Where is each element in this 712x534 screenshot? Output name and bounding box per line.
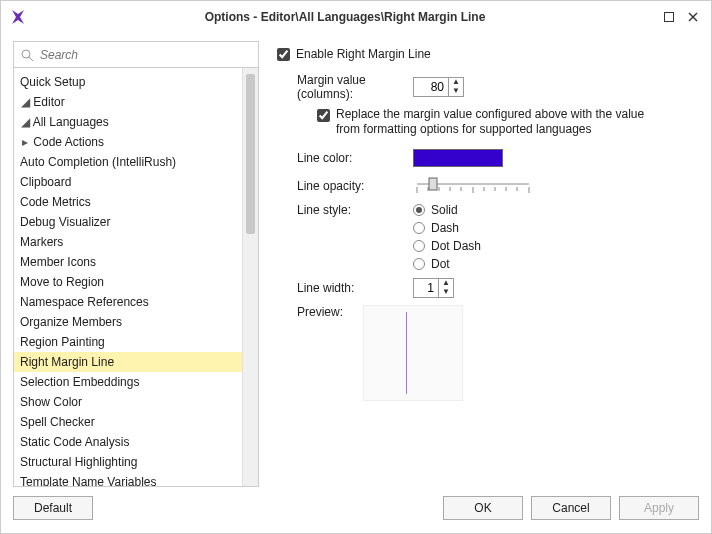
settings-panel: Enable Right Margin Line Margin value (c… <box>271 41 699 487</box>
tree-item-structural-highlighting[interactable]: Structural Highlighting <box>14 452 242 472</box>
radio-icon <box>413 204 425 216</box>
tree-editor[interactable]: ◢ Editor <box>14 92 242 112</box>
line-style-label: Line style: <box>273 203 413 217</box>
close-button[interactable] <box>683 7 703 27</box>
search-input[interactable] <box>38 47 252 63</box>
line-width-label: Line width: <box>273 281 413 295</box>
tree-item-template-name-variables[interactable]: Template Name Variables <box>14 472 242 486</box>
scrollbar-thumb[interactable] <box>246 74 255 234</box>
tree-item-move-to-region[interactable]: Move to Region <box>14 272 242 292</box>
preview-label: Preview: <box>273 305 359 319</box>
dialog-footer: Default OK Cancel Apply <box>1 491 711 533</box>
radio-icon <box>413 240 425 252</box>
tree-item-auto-completion-intellirush-[interactable]: Auto Completion (IntelliRush) <box>14 152 242 172</box>
search-icon <box>20 48 34 62</box>
radio-icon <box>413 258 425 270</box>
tree-item-clipboard[interactable]: Clipboard <box>14 172 242 192</box>
replace-checkbox[interactable] <box>317 109 330 122</box>
radio-icon <box>413 222 425 234</box>
line-color-swatch[interactable] <box>413 149 503 167</box>
margin-value-input[interactable] <box>414 78 448 96</box>
margin-value-label: Margin value (columns): <box>273 73 413 101</box>
spin-down-icon[interactable]: ▼ <box>449 87 463 96</box>
titlebar: Options - Editor\All Languages\Right Mar… <box>1 1 711 33</box>
tree-item-namespace-references[interactable]: Namespace References <box>14 292 242 312</box>
svg-line-4 <box>29 57 33 61</box>
tree-item-member-icons[interactable]: Member Icons <box>14 252 242 272</box>
tree-item-debug-visualizer[interactable]: Debug Visualizer <box>14 212 242 232</box>
tree-quick-setup[interactable]: Quick Setup <box>14 72 242 92</box>
cancel-button[interactable]: Cancel <box>531 496 611 520</box>
slider-thumb-icon[interactable] <box>429 178 437 190</box>
tree-item-right-margin-line[interactable]: Right Margin Line <box>14 352 242 372</box>
ok-button[interactable]: OK <box>443 496 523 520</box>
tree-item-static-code-analysis[interactable]: Static Code Analysis <box>14 432 242 452</box>
line-style-dot[interactable]: Dot <box>413 257 481 271</box>
enable-label: Enable Right Margin Line <box>296 47 431 61</box>
line-style-dash[interactable]: Dash <box>413 221 481 235</box>
app-logo-icon <box>9 8 27 26</box>
tree-item-code-actions[interactable]: ▸ Code Actions <box>14 132 242 152</box>
options-tree[interactable]: Quick Setup◢ Editor◢ All Languages▸ Code… <box>14 68 242 486</box>
line-opacity-label: Line opacity: <box>273 179 413 193</box>
tree-item-code-metrics[interactable]: Code Metrics <box>14 192 242 212</box>
tree-item-spell-checker[interactable]: Spell Checker <box>14 412 242 432</box>
line-opacity-slider[interactable] <box>413 175 533 197</box>
tree-item-show-color[interactable]: Show Color <box>14 392 242 412</box>
tree-scrollbar[interactable] <box>242 68 258 486</box>
dialog-title: Options - Editor\All Languages\Right Mar… <box>35 10 655 24</box>
line-width-input[interactable] <box>414 279 438 297</box>
preview-box <box>363 305 463 401</box>
line-style-group: Solid Dash Dot Dash Dot <box>413 203 481 271</box>
tree-item-selection-embeddings[interactable]: Selection Embeddings <box>14 372 242 392</box>
apply-button[interactable]: Apply <box>619 496 699 520</box>
preview-line <box>406 312 407 394</box>
line-color-label: Line color: <box>273 151 413 165</box>
options-dialog: Options - Editor\All Languages\Right Mar… <box>0 0 712 534</box>
replace-label: Replace the margin value configured abov… <box>336 107 666 137</box>
line-width-spinner[interactable]: ▲▼ <box>413 278 454 298</box>
enable-checkbox[interactable] <box>277 48 290 61</box>
tree-item-region-painting[interactable]: Region Painting <box>14 332 242 352</box>
default-button[interactable]: Default <box>13 496 93 520</box>
search-box[interactable] <box>14 42 258 68</box>
svg-rect-0 <box>665 13 674 22</box>
svg-point-3 <box>22 50 30 58</box>
line-style-solid[interactable]: Solid <box>413 203 481 217</box>
tree-item-organize-members[interactable]: Organize Members <box>14 312 242 332</box>
maximize-button[interactable] <box>659 7 679 27</box>
margin-value-spinner[interactable]: ▲▼ <box>413 77 464 97</box>
spin-down-icon[interactable]: ▼ <box>439 288 453 297</box>
line-style-dotdash[interactable]: Dot Dash <box>413 239 481 253</box>
tree-item-markers[interactable]: Markers <box>14 232 242 252</box>
left-panel: Quick Setup◢ Editor◢ All Languages▸ Code… <box>13 41 259 487</box>
tree-all-languages[interactable]: ◢ All Languages <box>14 112 242 132</box>
